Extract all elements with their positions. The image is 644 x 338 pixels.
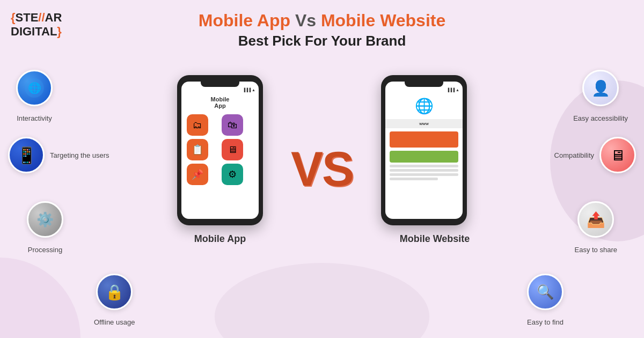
status-bar-right: ▐▐▐ ▲ — [385, 87, 463, 93]
feature-label-share: Easy to share — [575, 246, 618, 254]
title-app: Mobile App — [199, 11, 290, 30]
feature-circle-interactivity: 🌐 — [16, 70, 53, 106]
phone-left: ▐▐▐ ▲ MobileApp 🗂 🛍 📋 🖥 📌 ⚙ — [177, 75, 263, 225]
svg-text:🌐: 🌐 — [28, 82, 41, 94]
phone-screen-left: ▐▐▐ ▲ MobileApp 🗂 🛍 📋 🖥 📌 ⚙ — [181, 82, 259, 219]
app-icons-grid: 🗂 🛍 📋 🖥 📌 ⚙ — [181, 112, 259, 187]
feature-offline: 🔒 Offline usage — [94, 274, 135, 326]
feature-label-find: Easy to find — [527, 318, 564, 326]
phone-frame-right: ▐▐▐ ▲ 🌐 www — [381, 75, 467, 225]
web-globe: 🌐 — [385, 93, 463, 119]
title-area: Mobile App Vs Mobile Website Best Pick F… — [161, 11, 483, 49]
logo-line1: {STE//AR — [11, 11, 62, 25]
logo-line2: DIGITAL} — [11, 25, 62, 39]
feature-find: 🔍 Easy to find — [527, 274, 564, 326]
feature-label-processing: Processing — [28, 246, 62, 254]
phone-label-right: Mobile Website — [370, 233, 499, 245]
feature-accessibility: 👤 Easy accessibility — [573, 70, 628, 122]
title-line1: Mobile App Vs Mobile Website — [161, 11, 483, 31]
web-block-1 — [390, 131, 458, 148]
app-icon-4: 🖥 — [222, 139, 243, 160]
app-icon-3: 📋 — [187, 139, 208, 160]
feature-label-targeting: Targeting the users — [50, 151, 109, 159]
app-screen-title: MobileApp — [181, 93, 259, 112]
feature-processing: ⚙️ Processing — [27, 201, 63, 254]
phone-label-left: Mobile App — [161, 233, 279, 245]
feature-share: 📤 Easy to share — [575, 201, 618, 254]
title-subtitle: Best Pick For Your Brand — [161, 33, 483, 49]
feature-label-compatibility: Compatibility — [554, 151, 594, 159]
feature-circle-find: 🔍 — [527, 274, 564, 310]
title-vs: Vs — [295, 11, 321, 30]
feature-label-offline: Offline usage — [94, 318, 135, 326]
bg-blob-left — [0, 258, 80, 338]
feature-circle-offline: 🔒 — [96, 274, 133, 310]
app-icon-6: ⚙ — [222, 164, 243, 185]
app-icon-1: 🗂 — [187, 114, 208, 136]
phone-screen-right: ▐▐▐ ▲ 🌐 www — [385, 82, 463, 219]
web-screen-header: www — [385, 119, 463, 128]
feature-interactivity: 🌐 Interactivity — [16, 70, 53, 122]
phone-frame-left: ▐▐▐ ▲ MobileApp 🗂 🛍 📋 🖥 📌 ⚙ — [177, 75, 263, 225]
feature-label-interactivity: Interactivity — [17, 114, 52, 122]
status-bar-left: ▐▐▐ ▲ — [181, 87, 259, 93]
web-lines — [385, 165, 463, 180]
phone-right: ▐▐▐ ▲ 🌐 www — [381, 75, 467, 225]
feature-circle-accessibility: 👤 — [582, 70, 619, 106]
title-website: Mobile Website — [321, 11, 445, 30]
feature-circle-processing: ⚙️ — [27, 201, 63, 238]
web-block-2 — [390, 151, 458, 163]
phone-notch-right — [405, 82, 443, 87]
feature-targeting: 📱 Targeting the users — [8, 137, 109, 173]
phone-notch-left — [201, 82, 239, 87]
app-icon-2: 🛍 — [222, 114, 243, 136]
feature-circle-compatibility: 🖥 — [599, 137, 636, 173]
feature-compatibility: 🖥 Compatibility — [554, 137, 636, 173]
feature-circle-targeting: 📱 — [8, 137, 45, 173]
feature-label-accessibility: Easy accessibility — [573, 114, 628, 122]
vs-label: VS — [291, 142, 353, 197]
bg-blob-center — [215, 263, 429, 338]
feature-circle-share: 📤 — [577, 201, 614, 238]
logo: {STE//AR DIGITAL} — [11, 11, 62, 39]
app-icon-5: 📌 — [187, 164, 208, 185]
